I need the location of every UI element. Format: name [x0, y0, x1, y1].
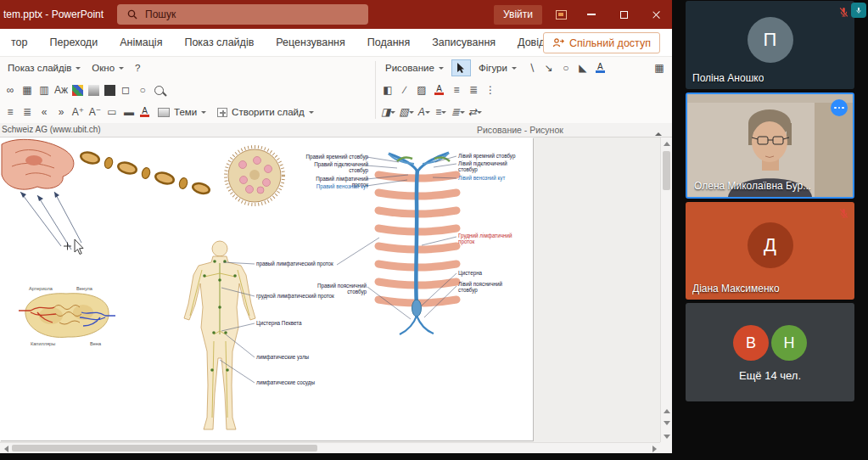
toolbar-icon[interactable]: ▨	[414, 82, 429, 98]
toolbar-icon[interactable]: ▭	[104, 104, 120, 121]
close-button[interactable]	[640, 0, 672, 29]
select-tool[interactable]	[451, 59, 471, 76]
ribbon-tab[interactable]: Переходи	[39, 29, 109, 57]
ribbon-tab[interactable]: тор	[0, 29, 39, 57]
share-button[interactable]: Спільний доступ	[543, 32, 660, 53]
slide-label: Правий підключичний стовбур	[299, 161, 368, 173]
toolbar-icon[interactable]: А	[417, 104, 432, 121]
next-slide-button[interactable]	[661, 417, 672, 429]
slide-label: Правий яремний стовбур	[299, 154, 368, 160]
toolbar-icon[interactable]: ◻	[118, 82, 133, 98]
theme-colors-icon[interactable]	[70, 82, 85, 98]
font-color-icon[interactable]: А	[432, 85, 446, 95]
screen: tem.pptx - PowerPoint Пошук Увійти торПе…	[0, 0, 868, 460]
toolbar-icon[interactable]: А⁺	[70, 104, 86, 121]
shapes-menu[interactable]: Фігури	[473, 61, 522, 75]
drawing-menu[interactable]: Рисование	[380, 61, 449, 75]
toolbar-icon[interactable]: ○	[135, 82, 150, 98]
help-menu[interactable]: ?	[130, 61, 145, 75]
previous-slide-button[interactable]	[661, 405, 672, 417]
zoom-icon[interactable]	[151, 82, 166, 98]
slide-label: лимфатические узлы	[256, 354, 338, 360]
toolbar-icon[interactable]: ≣	[451, 104, 466, 121]
sign-in-button[interactable]: Увійти	[494, 5, 542, 25]
chevron-down-icon	[309, 111, 314, 114]
toolbar-icon[interactable]: ▥	[36, 82, 52, 98]
minimize-button[interactable]	[575, 0, 608, 29]
shape-tool-icon[interactable]: ↘	[541, 60, 557, 76]
ribbon-tab[interactable]: Показ слайдів	[173, 29, 265, 57]
toolbar-icon[interactable]: ≣	[20, 104, 35, 121]
participant-menu-button[interactable]	[831, 99, 848, 116]
collapse-ribbon-button[interactable]	[655, 128, 662, 137]
new-slide-button[interactable]: Створити слайд	[212, 105, 319, 119]
toolbar-icon[interactable]: ⋮	[483, 82, 498, 98]
ink-color-icon[interactable]: А	[593, 63, 608, 73]
solid-fill-icon[interactable]	[102, 82, 117, 98]
toolbar-icon[interactable]: ▦	[20, 82, 35, 98]
participant-tile-active-speaker[interactable]: Олена Миколаївна Бур...	[686, 93, 854, 199]
slide-label: грудной лимфатический проток	[256, 293, 338, 299]
ribbon-toolbar: Показ слайдів Окно ? Рисование Фігури ∖↘…	[0, 57, 672, 123]
scroll-left-button[interactable]	[0, 443, 12, 453]
gradient-fill-icon[interactable]	[86, 82, 101, 98]
toolbar-icon[interactable]: ∕	[397, 82, 412, 98]
powerpoint-window: tem.pptx - PowerPoint Пошук Увійти торПе…	[0, 0, 672, 453]
toolbar-row-1: Показ слайдів Окно ? Рисование Фігури ∖↘…	[0, 57, 672, 79]
toolbar-icon[interactable]: ≡	[434, 104, 449, 121]
ribbon-display-options-icon[interactable]	[556, 10, 567, 20]
search-box[interactable]: Пошук	[117, 4, 368, 25]
slide-area[interactable]: Правий яремний стовбурПравий підключични…	[0, 137, 672, 453]
participant-tile[interactable]: Д Діана Максименко	[686, 202, 854, 300]
slide-label: Лівий яремний стовбур	[458, 153, 524, 159]
avatar: П	[748, 17, 793, 63]
scroll-down-button[interactable]	[661, 430, 672, 442]
meeting-audio-icon[interactable]	[851, 3, 866, 18]
ribbon-tab[interactable]: Рецензування	[265, 29, 356, 57]
horizontal-scrollbar[interactable]	[0, 442, 660, 453]
ribbon-tab[interactable]: Записування	[421, 29, 507, 57]
participant-tile[interactable]: П Поліна Аношко	[686, 1, 854, 89]
toolbar-icon[interactable]: ◧	[380, 82, 395, 98]
toolbar-icon[interactable]: ∞	[3, 82, 18, 98]
shape-tool-icon[interactable]: ◣	[575, 60, 591, 76]
toolbar-icon[interactable]: »	[53, 104, 69, 121]
search-placeholder: Пошук	[145, 8, 176, 20]
participant-name: Олена Миколаївна Бур...	[694, 180, 811, 192]
themes-menu[interactable]: Теми	[153, 105, 211, 119]
horizontal-scroll-thumb[interactable]	[12, 445, 317, 452]
slideshow-menu[interactable]: Показ слайдів	[3, 61, 86, 75]
maximize-button[interactable]	[608, 0, 640, 29]
toolbar-icon[interactable]: ≣	[466, 82, 481, 98]
toolbar-icon[interactable]: ≡	[3, 104, 18, 121]
ribbon-tab[interactable]: Анімація	[109, 29, 173, 57]
shape-tool-icon[interactable]: ○	[558, 60, 574, 76]
vertical-scroll-thumb[interactable]	[663, 151, 670, 190]
mic-muted-icon	[837, 206, 850, 220]
shape-tool-icon[interactable]: ∖	[524, 60, 540, 76]
share-icon	[552, 37, 564, 48]
toolbar-icon[interactable]: Аж	[53, 82, 69, 98]
more-participants-tile[interactable]: В Н Ещё 14 чел.	[686, 303, 854, 401]
scroll-right-button[interactable]	[648, 443, 660, 453]
toolbar-icon[interactable]: «	[36, 104, 52, 121]
ribbon-tab[interactable]: Подання	[356, 29, 421, 57]
chevron-down-icon	[119, 67, 124, 70]
slide-label: Венула	[76, 286, 105, 291]
toolbar-icons-left: ∞▦▥Аж	[3, 82, 69, 98]
table-grid-icon[interactable]: ▦	[652, 60, 667, 76]
toolbar-icon[interactable]: А⁻	[87, 104, 103, 121]
chevron-down-icon	[201, 111, 206, 114]
chevron-down-icon	[477, 111, 482, 114]
toolbar-icon[interactable]: ▬	[121, 104, 137, 121]
toolbar-icon[interactable]: ⇄	[468, 104, 483, 121]
toolbar-icon[interactable]: ≡	[449, 82, 464, 98]
toolbar-icon[interactable]: ◨	[380, 104, 396, 121]
vertical-scrollbar[interactable]	[660, 137, 672, 442]
window-menu[interactable]: Окно	[87, 61, 129, 75]
chevron-down-icon	[460, 111, 465, 114]
toolbar-icon[interactable]: ▧	[398, 104, 414, 121]
scroll-up-button[interactable]	[661, 137, 672, 149]
text-highlight-icon[interactable]: А	[137, 107, 152, 117]
toolbar-icons-left-2: ◻○	[118, 82, 150, 98]
